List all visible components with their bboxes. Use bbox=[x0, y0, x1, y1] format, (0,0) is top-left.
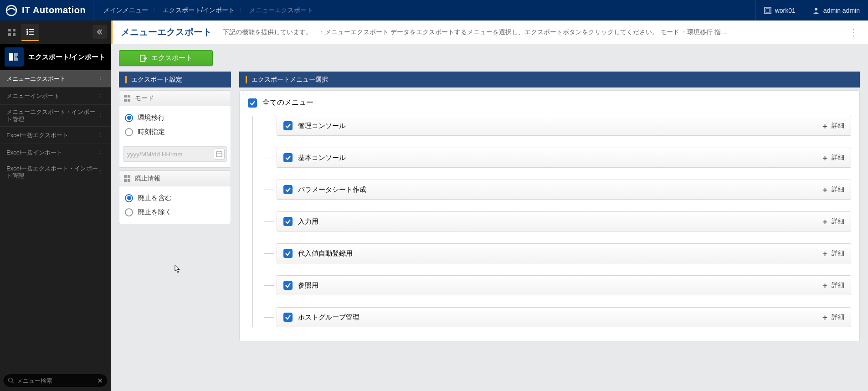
sidebar-item-3[interactable]: Excel一括エクスポート〉 bbox=[0, 127, 111, 144]
menu-group-row[interactable]: ホストグループ管理＋詳細 bbox=[277, 307, 851, 327]
sidebar-item-0[interactable]: メニューエクスポート〉 bbox=[0, 70, 111, 87]
radio-checked-icon bbox=[125, 114, 133, 122]
abolish-option-include[interactable]: 廃止を含む bbox=[123, 191, 227, 205]
sidebar-item-label: Excel一括エクスポート・インポート管理 bbox=[6, 165, 99, 179]
menu-group-row[interactable]: 管理コンソール＋詳細 bbox=[277, 116, 851, 136]
svg-rect-13 bbox=[29, 34, 34, 35]
list-icon bbox=[26, 28, 34, 36]
checkbox-checked-icon[interactable] bbox=[283, 185, 293, 194]
checkbox-checked-icon[interactable] bbox=[283, 249, 293, 258]
detail-expand-button[interactable]: ＋詳細 bbox=[821, 153, 844, 163]
abolish-group-header: 廃止情報 bbox=[119, 171, 231, 186]
more-menu-button[interactable]: ⋮ bbox=[847, 26, 860, 39]
detail-expand-button[interactable]: ＋詳細 bbox=[821, 216, 844, 227]
tree-root-all-menus[interactable]: 全てのメニュー bbox=[248, 98, 851, 108]
svg-point-8 bbox=[26, 29, 28, 31]
menu-group-row[interactable]: パラメータシート作成＋詳細 bbox=[277, 180, 851, 200]
plus-icon: ＋ bbox=[821, 216, 829, 227]
menu-group-label: 代入値自動登録用 bbox=[298, 249, 821, 258]
detail-expand-button[interactable]: ＋詳細 bbox=[821, 121, 844, 131]
plus-icon: ＋ bbox=[821, 121, 829, 131]
sidebar-item-2[interactable]: メニューエクスポート・インポート管理〉 bbox=[0, 105, 111, 127]
plus-icon: ＋ bbox=[821, 280, 829, 291]
checkbox-checked-icon[interactable] bbox=[248, 98, 257, 108]
page-title: メニューエクスポート bbox=[121, 26, 212, 38]
chevron-right-icon: 〉 bbox=[99, 132, 104, 139]
abolish-option-exclude[interactable]: 廃止を除く bbox=[123, 205, 227, 219]
product-logo[interactable]: IT Automation bbox=[0, 4, 93, 17]
detail-expand-button[interactable]: ＋詳細 bbox=[821, 185, 844, 195]
user-menu[interactable]: admin admin bbox=[804, 0, 868, 21]
sidebar-item-1[interactable]: メニューインポート〉 bbox=[0, 87, 111, 105]
sidebar-item-label: メニューエクスポート・インポート管理 bbox=[6, 108, 99, 123]
svg-point-3 bbox=[815, 8, 817, 10]
sidebar-list-view-tab[interactable] bbox=[21, 24, 39, 41]
checkbox-checked-icon[interactable] bbox=[283, 217, 293, 226]
chevron-right-icon: 〉 bbox=[99, 75, 104, 82]
menu-group-label: ホストグループ管理 bbox=[298, 313, 821, 322]
svg-rect-2 bbox=[766, 9, 770, 12]
mode-option-time[interactable]: 時刻指定 bbox=[123, 125, 227, 139]
workspace-selector[interactable]: work01 bbox=[755, 0, 804, 21]
menu-group-row[interactable]: 代入値自動登録用＋詳細 bbox=[277, 243, 851, 263]
svg-rect-5 bbox=[13, 29, 15, 31]
group-handle-icon bbox=[124, 175, 131, 182]
user-icon bbox=[812, 7, 820, 14]
breadcrumb-item-0[interactable]: メインメニュー bbox=[103, 6, 148, 15]
sidebar-item-label: メニューエクスポート bbox=[6, 75, 66, 83]
sidebar-search[interactable]: ✕ bbox=[3, 374, 108, 387]
kebab-menu-icon: ⋮ bbox=[849, 27, 858, 38]
user-name: admin admin bbox=[823, 7, 860, 14]
menu-select-panel-title: エクスポートメニュー選択 bbox=[239, 72, 860, 87]
breadcrumb: メインメニュー 〉 エクスポート/インポート 〉 メニューエクスポート bbox=[93, 0, 755, 21]
sidebar-search-input[interactable] bbox=[17, 377, 97, 384]
radio-unchecked-icon bbox=[125, 128, 133, 136]
menu-group-label: パラメータシート作成 bbox=[298, 185, 821, 194]
sidebar-section-title: エクスポート/インポート bbox=[28, 53, 105, 61]
svg-rect-7 bbox=[13, 33, 15, 36]
export-button-label: エクスポート bbox=[151, 54, 192, 62]
chevron-right-icon: 〉 bbox=[99, 113, 104, 118]
detail-expand-button[interactable]: ＋詳細 bbox=[821, 248, 844, 259]
menu-group-label: 入力用 bbox=[298, 217, 821, 226]
sidebar-grid-view-tab[interactable] bbox=[3, 24, 21, 41]
radio-checked-icon bbox=[125, 194, 133, 202]
chevron-right-icon: 〉 bbox=[99, 93, 104, 99]
plus-icon: ＋ bbox=[821, 153, 829, 163]
product-name: IT Automation bbox=[22, 5, 86, 15]
menu-group-row[interactable]: 参照用＋詳細 bbox=[277, 275, 851, 295]
mode-option-env[interactable]: 環境移行 bbox=[123, 111, 227, 125]
chevron-right-icon: 〉 bbox=[99, 149, 104, 156]
checkbox-checked-icon[interactable] bbox=[283, 313, 293, 322]
sidebar-item-5[interactable]: Excel一括エクスポート・インポート管理〉 bbox=[0, 161, 111, 183]
sidebar-collapse-button[interactable] bbox=[92, 25, 107, 39]
detail-expand-button[interactable]: ＋詳細 bbox=[821, 280, 844, 291]
plus-icon: ＋ bbox=[821, 248, 829, 259]
breadcrumb-item-1[interactable]: エクスポート/インポート bbox=[163, 6, 235, 15]
menu-group-row[interactable]: 基本コンソール＋詳細 bbox=[277, 148, 851, 168]
detail-expand-button[interactable]: ＋詳細 bbox=[821, 312, 844, 323]
datetime-input[interactable]: yyyy/MM/dd HH:mm bbox=[123, 146, 227, 162]
calendar-icon[interactable] bbox=[214, 149, 225, 159]
svg-point-12 bbox=[26, 33, 28, 35]
menu-group-row[interactable]: 入力用＋詳細 bbox=[277, 211, 851, 232]
svg-line-17 bbox=[12, 382, 14, 383]
clear-icon[interactable]: ✕ bbox=[97, 376, 103, 385]
export-icon bbox=[139, 54, 148, 62]
checkbox-checked-icon[interactable] bbox=[283, 121, 293, 130]
radio-unchecked-icon bbox=[125, 208, 133, 216]
svg-rect-1 bbox=[765, 7, 771, 14]
export-button[interactable]: エクスポート bbox=[119, 50, 213, 66]
page-description: 下記の機能を提供しています。 ・メニューエクスポート データをエクスポートするメ… bbox=[223, 28, 847, 36]
chevron-right-icon: 〉 bbox=[153, 6, 158, 14]
checkbox-checked-icon[interactable] bbox=[283, 281, 293, 290]
sidebar-item-4[interactable]: Excel一括インポート〉 bbox=[0, 144, 111, 161]
svg-point-16 bbox=[9, 378, 13, 382]
svg-rect-14 bbox=[9, 53, 13, 61]
sidebar-item-label: Excel一括エクスポート bbox=[6, 131, 68, 139]
checkbox-checked-icon[interactable] bbox=[283, 153, 293, 162]
svg-rect-9 bbox=[29, 29, 34, 30]
menu-group-label: 参照用 bbox=[298, 281, 821, 290]
sidebar-item-label: メニューインポート bbox=[6, 92, 60, 100]
menu-group-label: 基本コンソール bbox=[298, 154, 821, 162]
